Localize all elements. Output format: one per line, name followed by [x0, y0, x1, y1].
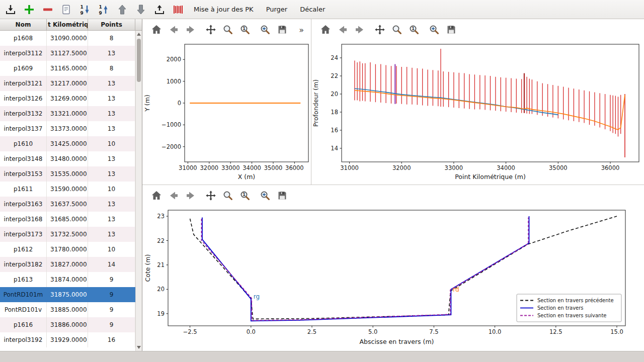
table-row[interactable]: p161131590.000010 [0, 182, 135, 197]
points-cell[interactable]: 8 [88, 31, 135, 46]
zoom-one-button[interactable]: 1 [239, 190, 251, 202]
cross-section-canvas[interactable]: rgrd−2.50.02.55.07.510.012.515.019202122… [142, 206, 643, 351]
forward-button[interactable] [185, 190, 197, 202]
home-button[interactable] [319, 24, 332, 36]
points-cell[interactable]: 9 [88, 287, 135, 302]
pk-cell[interactable]: 31637.5000 [47, 197, 88, 212]
name-cell[interactable]: p1613 [0, 272, 47, 287]
column-header-nom[interactable]: Nom [0, 19, 47, 30]
table-scrollbar[interactable] [135, 31, 142, 351]
back-button[interactable] [168, 190, 180, 202]
name-cell[interactable]: p1610 [0, 136, 47, 151]
points-cell[interactable]: 13 [88, 197, 135, 212]
points-cell[interactable]: 9 [88, 302, 135, 317]
table-row[interactable]: interpol316331637.500013 [0, 197, 135, 212]
pk-cell[interactable]: 31217.0000 [47, 76, 88, 91]
table-row[interactable]: interpol316831685.000013 [0, 212, 135, 227]
pk-cell[interactable]: 31321.0000 [47, 106, 88, 121]
pk-cell[interactable]: 31269.0000 [47, 91, 88, 106]
pan-button[interactable] [205, 190, 217, 202]
points-cell[interactable]: 13 [88, 212, 135, 227]
update-pk-button[interactable]: Mise à jour des PK [190, 4, 257, 15]
home-button[interactable] [150, 24, 163, 36]
points-cell[interactable]: 13 [88, 151, 135, 166]
pk-cell[interactable]: 31874.0000 [47, 272, 88, 287]
scrollbar-thumb[interactable] [137, 39, 141, 82]
pk-cell[interactable]: 31535.0000 [47, 166, 88, 182]
pk-cell[interactable]: 31929.0000 [47, 332, 88, 347]
zoom-in-button[interactable] [259, 24, 271, 36]
table-row[interactable]: interpol312631269.000013 [0, 91, 135, 106]
name-cell[interactable]: interpol3192 [0, 332, 47, 347]
points-cell[interactable]: 9 [88, 272, 135, 287]
name-cell[interactable]: p1608 [0, 31, 47, 46]
table-row[interactable]: p161331874.00009 [0, 272, 135, 287]
name-cell[interactable]: p1609 [0, 61, 47, 76]
scroll-down-arrow-icon[interactable] [136, 344, 142, 350]
column-header-pk[interactable]: t Kilométriqu [47, 19, 88, 30]
name-cell[interactable]: interpol3163 [0, 197, 47, 212]
zoom-in-button[interactable] [259, 190, 271, 202]
name-cell[interactable]: p1611 [0, 182, 47, 197]
points-cell[interactable]: 13 [88, 91, 135, 106]
name-cell[interactable]: PontRD101m [0, 287, 47, 302]
name-cell[interactable]: PontRD101v [0, 302, 47, 317]
pk-cell[interactable]: 31590.0000 [47, 182, 88, 197]
forward-button[interactable] [185, 24, 197, 36]
pan-button[interactable] [374, 24, 386, 36]
back-button[interactable] [168, 24, 180, 36]
profile-plot-canvas[interactable]: 3100032000330003400035000360001416182022… [311, 40, 643, 185]
edit-button[interactable] [60, 3, 73, 16]
name-cell[interactable]: interpol3112 [0, 46, 47, 61]
table-row[interactable]: p160931165.00008 [0, 61, 135, 76]
table-row[interactable]: interpol311231127.500013 [0, 46, 135, 61]
zoom-in-button[interactable] [428, 24, 440, 36]
name-cell[interactable]: interpol3168 [0, 212, 47, 227]
pk-cell[interactable]: 31425.0000 [47, 136, 88, 151]
move-down-button[interactable] [134, 3, 147, 16]
name-cell[interactable]: interpol3148 [0, 151, 47, 166]
points-cell[interactable]: 10 [88, 182, 135, 197]
name-cell[interactable]: interpol3182 [0, 257, 47, 272]
pk-cell[interactable]: 31780.0000 [47, 242, 88, 257]
table-row[interactable]: p161231780.000010 [0, 242, 135, 257]
points-cell[interactable]: 13 [88, 46, 135, 61]
name-cell[interactable]: p1612 [0, 242, 47, 257]
zoom-one-button[interactable]: 1 [408, 24, 420, 36]
scroll-up-arrow-icon[interactable] [136, 31, 142, 37]
xy-plot-canvas[interactable]: 310003200033000340003500036000−2000−1000… [142, 40, 311, 185]
points-cell[interactable]: 13 [88, 106, 135, 121]
add-button[interactable] [23, 3, 36, 16]
remove-button[interactable] [41, 3, 54, 16]
table-row[interactable]: p161631886.00009 [0, 317, 135, 332]
pk-cell[interactable]: 31886.0000 [47, 317, 88, 332]
points-cell[interactable]: 13 [88, 121, 135, 136]
points-cell[interactable]: 13 [88, 76, 135, 91]
table-row[interactable]: interpol312131217.000013 [0, 76, 135, 91]
column-header-points[interactable]: Points [88, 19, 135, 30]
table-row[interactable]: interpol313731373.000013 [0, 121, 135, 136]
name-cell[interactable]: interpol3132 [0, 106, 47, 121]
pk-cell[interactable]: 31373.0000 [47, 121, 88, 136]
table-row[interactable]: interpol317331732.500013 [0, 227, 135, 242]
save-button[interactable] [445, 24, 457, 36]
table-row[interactable]: interpol318231827.000014 [0, 257, 135, 272]
save-button[interactable] [276, 24, 288, 36]
pk-cell[interactable]: 31732.5000 [47, 227, 88, 242]
move-up-button[interactable] [116, 3, 129, 16]
name-cell[interactable]: interpol3121 [0, 76, 47, 91]
name-cell[interactable]: interpol3153 [0, 166, 47, 182]
zoom-button[interactable] [222, 190, 234, 202]
pk-cell[interactable]: 31827.0000 [47, 257, 88, 272]
table-row[interactable]: interpol314831480.000013 [0, 151, 135, 166]
pk-cell[interactable]: 31165.0000 [47, 61, 88, 76]
name-cell[interactable]: interpol3126 [0, 91, 47, 106]
table-row[interactable]: interpol313231321.000013 [0, 106, 135, 121]
export-button[interactable] [153, 3, 166, 16]
sort-descending-button[interactable]: 19 [78, 3, 92, 16]
zoom-button[interactable] [391, 24, 403, 36]
pk-cell[interactable]: 31885.0000 [47, 302, 88, 317]
name-cell[interactable]: interpol3173 [0, 227, 47, 242]
points-cell[interactable]: 10 [88, 242, 135, 257]
pk-cell[interactable]: 31480.0000 [47, 151, 88, 166]
